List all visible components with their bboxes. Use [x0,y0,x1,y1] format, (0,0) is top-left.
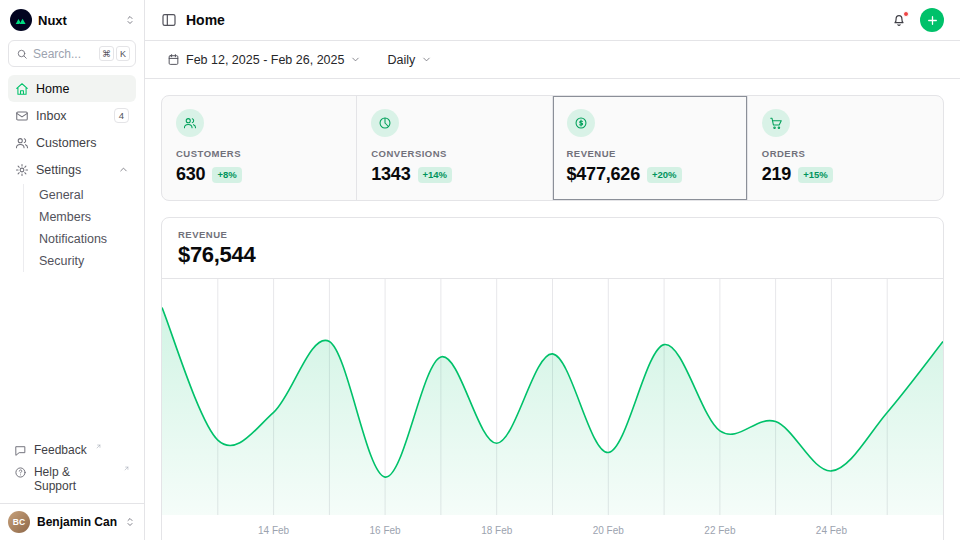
stat-label: CUSTOMERS [176,148,342,159]
stat-delta-badge: +8% [212,167,241,183]
sidebar-item-label: Settings [36,163,81,177]
svg-text:14 Feb: 14 Feb [258,525,290,536]
stat-value: $477,626 [567,164,640,185]
stat-value: 219 [762,164,791,185]
svg-text:20 Feb: 20 Feb [593,525,625,536]
chart-plot-area[interactable]: 14 Feb16 Feb18 Feb20 Feb22 Feb24 Feb [162,278,943,540]
svg-text:16 Feb: 16 Feb [370,525,402,536]
main-area: Home Feb 12, 2025 - Feb 26, 2025 Daily [145,0,960,540]
chevrons-up-down-icon [124,14,136,26]
pie-clock-icon [371,109,399,137]
svg-text:22 Feb: 22 Feb [704,525,736,536]
sidebar-item-label: Home [36,82,69,96]
plus-icon [926,14,939,27]
sidebar-subitem-security[interactable]: Security [33,250,136,272]
settings-submenu: General Members Notifications Security [23,184,136,272]
calendar-icon [167,53,180,66]
sidebar-item-customers[interactable]: Customers [8,129,136,156]
question-circle-icon [14,466,27,479]
sidebar-item-label: Inbox [36,109,67,123]
avatar: BC [8,511,30,533]
help-support-link[interactable]: Help & Support [8,461,136,497]
add-button[interactable] [920,8,944,32]
sidebar-subitem-general[interactable]: General [33,184,136,206]
dashboard-content: CUSTOMERS 630 +8% CONVERSIONS 1343 +14% [145,79,960,540]
user-name: Benjamin Canac [37,515,117,529]
svg-text:24 Feb: 24 Feb [816,525,848,536]
search-icon [16,48,28,60]
sidebar-item-inbox[interactable]: Inbox 4 [8,102,136,129]
sidebar-subitem-notifications[interactable]: Notifications [33,228,136,250]
page-title: Home [186,12,225,28]
sidebar-footer: Feedback Help & Support [0,433,144,503]
stat-label: CONVERSIONS [371,148,537,159]
chevron-up-icon [118,164,129,175]
workspace-switcher[interactable]: Nuxt [0,0,144,38]
stat-label: ORDERS [762,148,929,159]
sidebar-toggle-button[interactable] [161,12,177,28]
sidebar-subitem-members[interactable]: Members [33,206,136,228]
users-icon [15,136,29,150]
help-support-label: Help & Support [34,465,115,493]
sidebar-item-label: Customers [36,136,96,150]
dollar-circle-icon [567,109,595,137]
workspace-name: Nuxt [38,13,67,28]
sidebar: Nuxt Search... ⌘ K Home Inbox 4 Cu [0,0,145,540]
arrow-up-right-icon [123,465,130,472]
stats-row: CUSTOMERS 630 +8% CONVERSIONS 1343 +14% [161,95,944,201]
inbox-count-badge: 4 [114,108,129,123]
people-icon [176,109,204,137]
stat-delta-badge: +15% [798,167,833,183]
chart-header: REVENUE $76,544 [162,218,943,278]
sidebar-nav: Home Inbox 4 Customers Settings General … [0,75,144,272]
home-icon [15,82,29,96]
granularity-label: Daily [387,53,415,67]
gear-icon [15,163,29,177]
kbd-key: K [116,46,130,61]
stat-delta-badge: +20% [647,167,682,183]
stat-value: 1343 [371,164,410,185]
svg-text:18 Feb: 18 Feb [481,525,513,536]
revenue-chart-card: REVENUE $76,544 14 Feb16 Feb18 Feb20 Feb… [161,217,944,540]
app-window: Nuxt Search... ⌘ K Home Inbox 4 Cu [0,0,960,540]
stat-card-conversions[interactable]: CONVERSIONS 1343 +14% [357,96,552,200]
stat-card-customers[interactable]: CUSTOMERS 630 +8% [162,96,357,200]
revenue-area-chart[interactable]: 14 Feb16 Feb18 Feb20 Feb22 Feb24 Feb [162,279,943,540]
arrow-up-right-icon [95,443,102,450]
cart-icon [762,109,790,137]
mail-icon [15,109,29,123]
stat-value: 630 [176,164,205,185]
notifications-button[interactable] [887,8,911,32]
chevron-down-icon [421,54,432,65]
search-input[interactable]: Search... ⌘ K [8,40,136,67]
notification-dot [903,11,909,17]
stat-delta-badge: +14% [418,167,453,183]
chart-total-value: $76,544 [178,242,927,268]
message-icon [14,444,27,457]
user-menu[interactable]: BC Benjamin Canac [0,503,144,540]
stat-label: REVENUE [567,148,733,159]
page-header: Home [145,0,960,41]
search-shortcut: ⌘ K [99,46,130,61]
nuxt-logo [10,9,32,31]
chart-label: REVENUE [178,229,927,240]
date-range-label: Feb 12, 2025 - Feb 26, 2025 [186,53,344,67]
kbd-meta: ⌘ [99,46,114,61]
chevrons-up-down-icon [124,516,136,528]
granularity-select[interactable]: Daily [381,48,438,72]
sidebar-item-home[interactable]: Home [8,75,136,102]
stat-card-orders[interactable]: ORDERS 219 +15% [748,96,943,200]
date-range-picker[interactable]: Feb 12, 2025 - Feb 26, 2025 [161,48,367,72]
sidebar-item-settings[interactable]: Settings [8,156,136,183]
panel-left-icon [161,12,177,28]
feedback-link[interactable]: Feedback [8,439,136,461]
filter-toolbar: Feb 12, 2025 - Feb 26, 2025 Daily [145,41,960,79]
chevron-down-icon [350,54,361,65]
stat-card-revenue[interactable]: REVENUE $477,626 +20% [553,96,748,200]
feedback-label: Feedback [34,443,87,457]
search-placeholder: Search... [33,47,81,61]
